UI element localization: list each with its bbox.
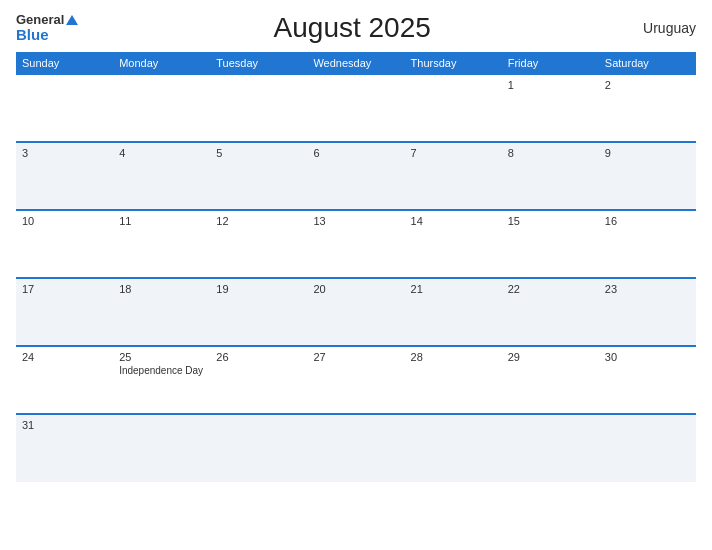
calendar-cell-2-0: 10 xyxy=(16,210,113,278)
calendar-cell-4-3: 27 xyxy=(307,346,404,414)
calendar-cell-2-2: 12 xyxy=(210,210,307,278)
calendar-cell-3-0: 17 xyxy=(16,278,113,346)
day-number: 10 xyxy=(22,215,109,227)
day-number: 6 xyxy=(313,147,400,159)
day-number: 3 xyxy=(22,147,109,159)
calendar-cell-2-3: 13 xyxy=(307,210,404,278)
calendar-cell-4-1: 25Independence Day xyxy=(113,346,210,414)
day-number: 29 xyxy=(508,351,595,363)
logo-general: General xyxy=(16,13,78,27)
calendar-cell-0-6: 2 xyxy=(599,74,696,142)
calendar-cell-1-6: 9 xyxy=(599,142,696,210)
calendar-cell-4-6: 30 xyxy=(599,346,696,414)
calendar-cell-5-5 xyxy=(502,414,599,482)
day-number: 19 xyxy=(216,283,303,295)
calendar-row-1: 3456789 xyxy=(16,142,696,210)
day-number: 5 xyxy=(216,147,303,159)
day-number: 15 xyxy=(508,215,595,227)
calendar-cell-3-5: 22 xyxy=(502,278,599,346)
calendar-cell-2-5: 15 xyxy=(502,210,599,278)
day-number: 28 xyxy=(411,351,498,363)
day-number: 21 xyxy=(411,283,498,295)
day-number: 16 xyxy=(605,215,692,227)
calendar-cell-5-0: 31 xyxy=(16,414,113,482)
calendar-cell-5-1 xyxy=(113,414,210,482)
calendar-row-5: 31 xyxy=(16,414,696,482)
day-number: 26 xyxy=(216,351,303,363)
day-number: 24 xyxy=(22,351,109,363)
country: Uruguay xyxy=(626,20,696,36)
calendar-row-0: 12 xyxy=(16,74,696,142)
calendar-cell-3-4: 21 xyxy=(405,278,502,346)
day-number: 31 xyxy=(22,419,109,431)
day-number: 1 xyxy=(508,79,595,91)
calendar-cell-0-1 xyxy=(113,74,210,142)
day-number: 30 xyxy=(605,351,692,363)
day-number: 8 xyxy=(508,147,595,159)
calendar-cell-2-4: 14 xyxy=(405,210,502,278)
logo-blue: Blue xyxy=(16,27,78,44)
calendar-row-3: 17181920212223 xyxy=(16,278,696,346)
day-number: 18 xyxy=(119,283,206,295)
calendar-cell-1-4: 7 xyxy=(405,142,502,210)
calendar-cell-5-2 xyxy=(210,414,307,482)
calendar-cell-0-2 xyxy=(210,74,307,142)
col-friday: Friday xyxy=(502,52,599,74)
calendar-cell-4-4: 28 xyxy=(405,346,502,414)
month-title: August 2025 xyxy=(78,12,626,44)
calendar-cell-2-6: 16 xyxy=(599,210,696,278)
col-monday: Monday xyxy=(113,52,210,74)
calendar-cell-4-5: 29 xyxy=(502,346,599,414)
calendar-cell-3-3: 20 xyxy=(307,278,404,346)
day-number: 27 xyxy=(313,351,400,363)
calendar-cell-5-6 xyxy=(599,414,696,482)
calendar-cell-0-4 xyxy=(405,74,502,142)
calendar-table: Sunday Monday Tuesday Wednesday Thursday… xyxy=(16,52,696,482)
day-number: 25 xyxy=(119,351,206,363)
calendar-cell-4-0: 24 xyxy=(16,346,113,414)
calendar-cell-4-2: 26 xyxy=(210,346,307,414)
logo: General Blue xyxy=(16,13,78,44)
calendar-cell-0-0 xyxy=(16,74,113,142)
calendar-cell-0-3 xyxy=(307,74,404,142)
day-number: 23 xyxy=(605,283,692,295)
calendar-cell-5-4 xyxy=(405,414,502,482)
day-number: 12 xyxy=(216,215,303,227)
calendar-cell-0-5: 1 xyxy=(502,74,599,142)
col-saturday: Saturday xyxy=(599,52,696,74)
calendar-cell-1-2: 5 xyxy=(210,142,307,210)
day-number: 11 xyxy=(119,215,206,227)
weekday-header-row: Sunday Monday Tuesday Wednesday Thursday… xyxy=(16,52,696,74)
day-number: 2 xyxy=(605,79,692,91)
calendar-cell-3-1: 18 xyxy=(113,278,210,346)
calendar-cell-2-1: 11 xyxy=(113,210,210,278)
header: General Blue August 2025 Uruguay xyxy=(16,12,696,44)
day-number: 9 xyxy=(605,147,692,159)
col-wednesday: Wednesday xyxy=(307,52,404,74)
event-label: Independence Day xyxy=(119,365,206,376)
col-thursday: Thursday xyxy=(405,52,502,74)
day-number: 17 xyxy=(22,283,109,295)
col-tuesday: Tuesday xyxy=(210,52,307,74)
day-number: 4 xyxy=(119,147,206,159)
calendar-cell-3-2: 19 xyxy=(210,278,307,346)
logo-triangle-icon xyxy=(66,15,78,25)
calendar-cell-1-0: 3 xyxy=(16,142,113,210)
col-sunday: Sunday xyxy=(16,52,113,74)
calendar-cell-3-6: 23 xyxy=(599,278,696,346)
day-number: 22 xyxy=(508,283,595,295)
day-number: 14 xyxy=(411,215,498,227)
calendar-cell-1-5: 8 xyxy=(502,142,599,210)
calendar-cell-5-3 xyxy=(307,414,404,482)
day-number: 13 xyxy=(313,215,400,227)
calendar-row-2: 10111213141516 xyxy=(16,210,696,278)
calendar-cell-1-3: 6 xyxy=(307,142,404,210)
day-number: 7 xyxy=(411,147,498,159)
calendar-page: General Blue August 2025 Uruguay Sunday … xyxy=(0,0,712,550)
calendar-row-4: 2425Independence Day2627282930 xyxy=(16,346,696,414)
day-number: 20 xyxy=(313,283,400,295)
calendar-cell-1-1: 4 xyxy=(113,142,210,210)
